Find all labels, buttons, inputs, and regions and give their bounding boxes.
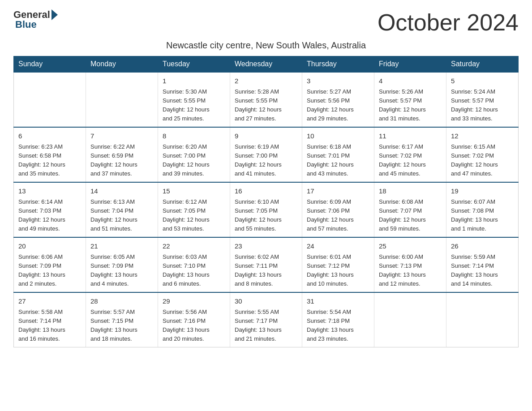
day-info: Sunrise: 6:15 AMSunset: 7:02 PMDaylight:… (451, 142, 514, 179)
day-number: 23 (235, 241, 297, 252)
calendar-week-row: 13Sunrise: 6:14 AMSunset: 7:03 PMDayligh… (14, 182, 519, 237)
calendar-header-saturday: Saturday (446, 56, 519, 73)
calendar-header-tuesday: Tuesday (158, 56, 230, 73)
calendar-header-monday: Monday (86, 56, 158, 73)
day-info: Sunrise: 6:03 AMSunset: 7:10 PMDaylight:… (163, 253, 225, 289)
calendar-header-friday: Friday (374, 56, 446, 73)
day-info: Sunrise: 5:24 AMSunset: 5:57 PMDaylight:… (451, 87, 514, 124)
calendar-header-thursday: Thursday (302, 56, 374, 73)
day-number: 30 (235, 296, 297, 307)
calendar-cell: 26Sunrise: 5:59 AMSunset: 7:14 PMDayligh… (446, 237, 519, 292)
calendar-cell: 24Sunrise: 6:01 AMSunset: 7:12 PMDayligh… (302, 237, 374, 292)
day-info: Sunrise: 6:14 AMSunset: 7:03 PMDaylight:… (18, 197, 81, 234)
day-number: 21 (90, 241, 153, 252)
calendar-cell: 11Sunrise: 6:17 AMSunset: 7:02 PMDayligh… (374, 127, 446, 182)
day-info: Sunrise: 6:17 AMSunset: 7:02 PMDaylight:… (379, 142, 442, 179)
day-info: Sunrise: 5:54 AMSunset: 7:18 PMDaylight:… (307, 308, 369, 344)
calendar-cell: 20Sunrise: 6:06 AMSunset: 7:09 PMDayligh… (14, 237, 86, 292)
calendar-cell: 15Sunrise: 6:12 AMSunset: 7:05 PMDayligh… (158, 182, 230, 237)
calendar-week-row: 27Sunrise: 5:58 AMSunset: 7:14 PMDayligh… (14, 292, 519, 347)
calendar-cell: 12Sunrise: 6:15 AMSunset: 7:02 PMDayligh… (446, 127, 519, 182)
day-info: Sunrise: 5:28 AMSunset: 5:55 PMDaylight:… (235, 87, 297, 124)
calendar-cell: 28Sunrise: 5:57 AMSunset: 7:15 PMDayligh… (86, 292, 158, 347)
calendar-cell: 21Sunrise: 6:05 AMSunset: 7:09 PMDayligh… (86, 237, 158, 292)
calendar-cell: 16Sunrise: 6:10 AMSunset: 7:05 PMDayligh… (230, 182, 302, 237)
day-number: 16 (235, 186, 297, 197)
day-info: Sunrise: 6:07 AMSunset: 7:08 PMDaylight:… (451, 197, 514, 234)
calendar-header-sunday: Sunday (14, 56, 86, 73)
calendar-week-row: 1Sunrise: 5:30 AMSunset: 5:55 PMDaylight… (14, 72, 519, 127)
calendar-cell: 13Sunrise: 6:14 AMSunset: 7:03 PMDayligh… (14, 182, 86, 237)
day-number: 1 (163, 76, 225, 86)
day-number: 13 (18, 186, 81, 197)
day-number: 19 (451, 186, 514, 197)
calendar-cell: 22Sunrise: 6:03 AMSunset: 7:10 PMDayligh… (158, 237, 230, 292)
calendar-cell: 19Sunrise: 6:07 AMSunset: 7:08 PMDayligh… (446, 182, 519, 237)
day-info: Sunrise: 5:57 AMSunset: 7:15 PMDaylight:… (90, 308, 153, 344)
calendar-cell: 31Sunrise: 5:54 AMSunset: 7:18 PMDayligh… (302, 292, 374, 347)
day-info: Sunrise: 6:12 AMSunset: 7:05 PMDaylight:… (163, 197, 225, 234)
day-info: Sunrise: 6:19 AMSunset: 7:00 PMDaylight:… (235, 142, 297, 179)
calendar-cell: 27Sunrise: 5:58 AMSunset: 7:14 PMDayligh… (14, 292, 86, 347)
calendar-cell (14, 72, 86, 127)
calendar-cell (374, 292, 446, 347)
day-info: Sunrise: 6:23 AMSunset: 6:58 PMDaylight:… (18, 142, 81, 179)
calendar-cell: 25Sunrise: 6:00 AMSunset: 7:13 PMDayligh… (374, 237, 446, 292)
day-info: Sunrise: 6:22 AMSunset: 6:59 PMDaylight:… (90, 142, 153, 179)
day-number: 10 (307, 131, 369, 141)
day-number: 17 (307, 186, 369, 197)
day-number: 22 (163, 241, 225, 252)
day-number: 31 (307, 296, 369, 307)
calendar-cell: 1Sunrise: 5:30 AMSunset: 5:55 PMDaylight… (158, 72, 230, 127)
calendar-cell (86, 72, 158, 127)
day-info: Sunrise: 6:20 AMSunset: 7:00 PMDaylight:… (163, 142, 225, 179)
day-number: 20 (18, 241, 81, 252)
calendar-cell: 14Sunrise: 6:13 AMSunset: 7:04 PMDayligh… (86, 182, 158, 237)
location-subtitle: Newcastle city centre, New South Wales, … (13, 40, 519, 51)
day-number: 28 (90, 296, 153, 307)
day-number: 6 (18, 131, 81, 141)
logo: General Blue (13, 9, 58, 30)
day-info: Sunrise: 6:13 AMSunset: 7:04 PMDaylight:… (90, 197, 153, 234)
calendar-week-row: 20Sunrise: 6:06 AMSunset: 7:09 PMDayligh… (14, 237, 519, 292)
calendar-cell: 5Sunrise: 5:24 AMSunset: 5:57 PMDaylight… (446, 72, 519, 127)
day-info: Sunrise: 5:55 AMSunset: 7:17 PMDaylight:… (235, 308, 297, 344)
calendar-week-row: 6Sunrise: 6:23 AMSunset: 6:58 PMDaylight… (14, 127, 519, 182)
calendar-cell: 3Sunrise: 5:27 AMSunset: 5:56 PMDaylight… (302, 72, 374, 127)
calendar-cell: 7Sunrise: 6:22 AMSunset: 6:59 PMDaylight… (86, 127, 158, 182)
day-number: 11 (379, 131, 442, 141)
day-info: Sunrise: 5:58 AMSunset: 7:14 PMDaylight:… (18, 308, 81, 344)
calendar-cell: 17Sunrise: 6:09 AMSunset: 7:06 PMDayligh… (302, 182, 374, 237)
calendar-header-wednesday: Wednesday (230, 56, 302, 73)
calendar-cell: 4Sunrise: 5:26 AMSunset: 5:57 PMDaylight… (374, 72, 446, 127)
day-number: 25 (379, 241, 442, 252)
day-info: Sunrise: 6:08 AMSunset: 7:07 PMDaylight:… (379, 197, 442, 234)
day-number: 15 (163, 186, 225, 197)
calendar-cell: 9Sunrise: 6:19 AMSunset: 7:00 PMDaylight… (230, 127, 302, 182)
day-number: 4 (379, 76, 442, 86)
day-number: 27 (18, 296, 81, 307)
page-header: General Blue October 2024 (13, 9, 519, 36)
calendar-cell: 2Sunrise: 5:28 AMSunset: 5:55 PMDaylight… (230, 72, 302, 127)
day-number: 26 (451, 241, 514, 252)
day-number: 18 (379, 186, 442, 197)
calendar-header-row: SundayMondayTuesdayWednesdayThursdayFrid… (14, 56, 519, 73)
calendar-table: SundayMondayTuesdayWednesdayThursdayFrid… (13, 56, 519, 347)
day-number: 3 (307, 76, 369, 86)
day-info: Sunrise: 6:06 AMSunset: 7:09 PMDaylight:… (18, 253, 81, 289)
day-info: Sunrise: 5:59 AMSunset: 7:14 PMDaylight:… (451, 253, 514, 289)
calendar-cell: 8Sunrise: 6:20 AMSunset: 7:00 PMDaylight… (158, 127, 230, 182)
day-number: 2 (235, 76, 297, 86)
logo-arrow-icon (51, 9, 58, 20)
calendar-cell: 18Sunrise: 6:08 AMSunset: 7:07 PMDayligh… (374, 182, 446, 237)
day-info: Sunrise: 6:00 AMSunset: 7:13 PMDaylight:… (379, 253, 442, 289)
day-number: 9 (235, 131, 297, 141)
month-title: October 2024 (378, 9, 519, 36)
calendar-cell: 23Sunrise: 6:02 AMSunset: 7:11 PMDayligh… (230, 237, 302, 292)
day-info: Sunrise: 6:10 AMSunset: 7:05 PMDaylight:… (235, 197, 297, 234)
day-info: Sunrise: 6:05 AMSunset: 7:09 PMDaylight:… (90, 253, 153, 289)
calendar-cell: 10Sunrise: 6:18 AMSunset: 7:01 PMDayligh… (302, 127, 374, 182)
calendar-cell: 6Sunrise: 6:23 AMSunset: 6:58 PMDaylight… (14, 127, 86, 182)
day-number: 29 (163, 296, 225, 307)
day-number: 12 (451, 131, 514, 141)
